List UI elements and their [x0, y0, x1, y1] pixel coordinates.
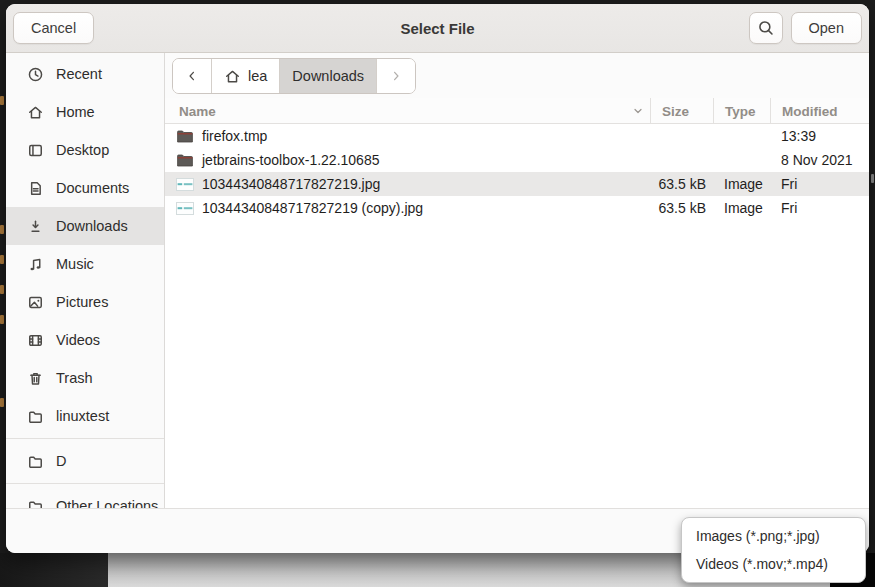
folder-icon	[27, 408, 44, 425]
column-header-type[interactable]: Type	[713, 98, 770, 124]
background-artifact	[0, 398, 4, 407]
file-modified: Fri	[770, 176, 869, 192]
file-row[interactable]: jetbrains-toolbox-1.22.106858 Nov 2021	[165, 148, 869, 172]
forward-button[interactable]	[377, 59, 415, 93]
file-modified: Fri	[770, 200, 869, 216]
download-icon	[27, 218, 44, 235]
sidebar-item-label: Desktop	[56, 142, 109, 158]
file-filter-popup: Images (*.png;*.jpg)Videos (*.mov;*.mp4)	[681, 517, 866, 583]
folder-file-icon	[176, 153, 194, 167]
desktop-icon	[27, 142, 44, 159]
sidebar-separator	[6, 483, 164, 484]
current-folder-breadcrumb-button[interactable]: Downloads	[280, 59, 377, 93]
headerbar: Cancel Select File Open	[6, 4, 869, 53]
sidebar-item-label: Pictures	[56, 294, 108, 310]
file-size: 63.5 kB	[650, 176, 713, 192]
sidebar-item-d[interactable]: D	[6, 442, 164, 480]
clock-icon	[27, 66, 44, 83]
file-name: 10344340848717827219.jpg	[202, 176, 380, 192]
home-breadcrumb-label: lea	[248, 68, 267, 84]
chevron-right-icon	[389, 69, 403, 83]
file-row[interactable]: firefox.tmp13:39	[165, 124, 869, 148]
file-modified: 13:39	[770, 128, 869, 144]
image-file-icon	[176, 202, 194, 215]
background-artifact	[0, 285, 4, 294]
file-list: firefox.tmp13:39jetbrains-toolbox-1.22.1…	[165, 124, 869, 508]
column-header-name[interactable]: Name	[165, 98, 650, 124]
sidebar-item-label: Recent	[56, 66, 102, 82]
dialog-title: Select File	[6, 20, 869, 37]
file-chooser-dialog: Cancel Select File Open RecentHomeDeskto…	[6, 4, 869, 553]
sidebar-item-videos[interactable]: Videos	[6, 321, 164, 359]
column-header-size[interactable]: Size	[650, 98, 713, 124]
pathbar-row: lea Downloads	[165, 53, 869, 98]
sidebar-item-linuxtest[interactable]: linuxtest	[6, 397, 164, 435]
list-header: Name Size Type Modified	[165, 98, 869, 124]
image-file-icon	[176, 178, 194, 191]
file-name-cell: 10344340848717827219 (copy).jpg	[165, 200, 650, 216]
file-type: Image	[713, 200, 770, 216]
folder-icon	[27, 498, 44, 509]
back-button[interactable]	[173, 59, 212, 93]
sidebar-item-home[interactable]: Home	[6, 93, 164, 131]
sidebar-separator	[6, 438, 164, 439]
filter-option[interactable]: Images (*.png;*.jpg)	[682, 522, 865, 550]
sidebar-item-label: Music	[56, 256, 94, 272]
file-name-cell: firefox.tmp	[165, 128, 650, 144]
sidebar-item-trash[interactable]: Trash	[6, 359, 164, 397]
sidebar-item-recent[interactable]: Recent	[6, 55, 164, 93]
sidebar-item-label: Other Locations	[56, 498, 158, 508]
home-icon	[27, 104, 44, 121]
music-icon	[27, 256, 44, 273]
column-header-name-label: Name	[179, 104, 216, 119]
chevron-down-icon	[632, 105, 644, 117]
filter-option[interactable]: Videos (*.mov;*.mp4)	[682, 550, 865, 578]
sidebar-item-label: D	[56, 453, 66, 469]
sidebar-item-other-locations[interactable]: Other Locations	[6, 487, 164, 508]
folder-file-icon	[176, 129, 194, 143]
sidebar-item-music[interactable]: Music	[6, 245, 164, 283]
sidebar: RecentHomeDesktopDocumentsDownloadsMusic…	[6, 53, 165, 508]
column-header-modified[interactable]: Modified	[770, 98, 869, 124]
open-button[interactable]: Open	[791, 12, 862, 44]
file-row[interactable]: 10344340848717827219.jpg63.5 kBImageFri	[165, 172, 869, 196]
background-artifact	[0, 225, 4, 234]
file-name: jetbrains-toolbox-1.22.10685	[202, 152, 379, 168]
file-name: firefox.tmp	[202, 128, 267, 144]
pathbar: lea Downloads	[172, 58, 416, 94]
sidebar-item-pictures[interactable]: Pictures	[6, 283, 164, 321]
file-modified: 8 Nov 2021	[770, 152, 869, 168]
sidebar-item-label: Downloads	[56, 218, 128, 234]
search-button[interactable]	[749, 12, 783, 44]
sidebar-item-documents[interactable]: Documents	[6, 169, 164, 207]
file-size: 63.5 kB	[650, 200, 713, 216]
file-name-cell: jetbrains-toolbox-1.22.10685	[165, 152, 650, 168]
sidebar-item-label: linuxtest	[56, 408, 109, 424]
home-breadcrumb-button[interactable]: lea	[212, 59, 280, 93]
file-row[interactable]: 10344340848717827219 (copy).jpg63.5 kBIm…	[165, 196, 869, 220]
file-name-cell: 10344340848717827219.jpg	[165, 176, 650, 192]
picture-icon	[27, 294, 44, 311]
content-pane: lea Downloads Name Size Type	[165, 53, 869, 508]
background-artifact	[0, 96, 4, 105]
background-artifact	[871, 174, 874, 183]
screenshot-root: Cancel Select File Open RecentHomeDeskto…	[0, 0, 875, 587]
sidebar-item-desktop[interactable]: Desktop	[6, 131, 164, 169]
sidebar-item-downloads[interactable]: Downloads	[6, 207, 164, 245]
folder-icon	[27, 453, 44, 470]
dialog-body: RecentHomeDesktopDocumentsDownloadsMusic…	[6, 53, 869, 508]
cancel-button[interactable]: Cancel	[13, 12, 94, 44]
file-name: 10344340848717827219 (copy).jpg	[202, 200, 423, 216]
chevron-left-icon	[185, 69, 199, 83]
magnifier-icon	[757, 19, 775, 37]
file-type: Image	[713, 176, 770, 192]
sidebar-item-label: Documents	[56, 180, 129, 196]
background-window-dark	[0, 553, 108, 587]
film-icon	[27, 332, 44, 349]
trash-icon	[27, 370, 44, 387]
document-icon	[27, 180, 44, 197]
background-artifact	[0, 315, 4, 324]
home-icon	[224, 68, 241, 85]
sidebar-item-label: Home	[56, 104, 95, 120]
background-artifact	[0, 255, 4, 264]
